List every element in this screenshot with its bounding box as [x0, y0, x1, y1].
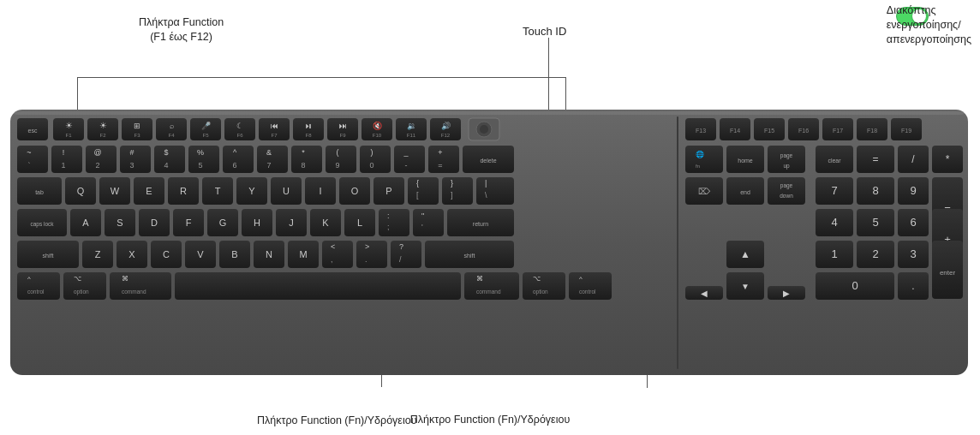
svg-text:*: *	[302, 148, 305, 157]
svg-text:7: 7	[266, 161, 271, 170]
svg-text:8: 8	[301, 161, 305, 170]
svg-text:F17: F17	[833, 128, 843, 134]
svg-text:B: B	[231, 249, 237, 259]
svg-text:⌥: ⌥	[533, 275, 541, 283]
svg-text:=: =	[438, 161, 442, 170]
svg-rect-1	[12, 111, 966, 115]
svg-text:page: page	[780, 182, 793, 189]
svg-text:9: 9	[910, 184, 916, 197]
svg-text:W: W	[111, 186, 120, 196]
svg-rect-58	[17, 146, 48, 173]
svg-text:option: option	[74, 289, 89, 295]
svg-text:shift: shift	[43, 253, 54, 259]
svg-text:1: 1	[831, 247, 837, 260]
svg-text:J: J	[289, 218, 294, 228]
svg-rect-79	[257, 146, 288, 173]
svg-text:⏮: ⏮	[271, 122, 278, 130]
svg-text:F14: F14	[730, 128, 740, 134]
svg-rect-143	[476, 177, 514, 205]
svg-text:F2: F2	[99, 133, 106, 138]
svg-text:S: S	[117, 218, 122, 228]
svg-text:down: down	[780, 193, 793, 199]
svg-text:?: ?	[399, 242, 403, 251]
svg-rect-104	[768, 146, 805, 173]
svg-text:;: ;	[387, 223, 390, 231]
svg-text:': '	[421, 223, 423, 231]
svg-text:+: +	[438, 148, 442, 157]
svg-text:0: 0	[369, 161, 373, 170]
svg-text:O: O	[351, 186, 359, 196]
svg-rect-234	[17, 272, 60, 300]
svg-text:return: return	[473, 221, 488, 227]
fn-globe-text: Πλήκτρο Function (Fn)/Υδρόγειου	[410, 414, 571, 426]
svg-text:2: 2	[872, 247, 878, 260]
svg-text:]: ]	[451, 191, 453, 200]
svg-text:~: ~	[27, 148, 31, 157]
svg-text:&: &	[266, 148, 272, 157]
svg-text:caps lock: caps lock	[30, 221, 54, 228]
svg-rect-94	[428, 146, 459, 173]
svg-text:>: >	[365, 242, 369, 251]
svg-text:_: _	[403, 148, 409, 157]
svg-text:⌦: ⌦	[698, 187, 711, 196]
svg-rect-70	[154, 146, 185, 173]
svg-text:page: page	[780, 152, 793, 159]
svg-point-43	[480, 125, 488, 134]
svg-text:E: E	[146, 186, 152, 196]
svg-text:🔊: 🔊	[441, 121, 451, 131]
svg-text:option: option	[533, 289, 548, 295]
svg-text:⏯: ⏯	[305, 122, 313, 130]
svg-text:command: command	[122, 289, 146, 295]
svg-text:F12: F12	[441, 133, 451, 138]
fn-globe-annotation: Πλήκτρο Function (Fn)/Υδρόγειου	[0, 411, 980, 426]
svg-rect-216	[356, 241, 387, 268]
svg-text:🔇: 🔇	[373, 121, 383, 131]
svg-text:F4: F4	[168, 133, 175, 138]
svg-text:command: command	[476, 289, 501, 295]
svg-text:F10: F10	[373, 133, 382, 138]
svg-rect-250	[569, 272, 612, 300]
svg-text:H: H	[254, 218, 260, 228]
svg-text:-: -	[405, 161, 408, 170]
svg-text:T: T	[215, 186, 221, 196]
svg-rect-76	[223, 146, 254, 173]
svg-text:🌐: 🌐	[696, 150, 704, 158]
svg-text:delete: delete	[480, 158, 496, 164]
svg-text:.: .	[365, 255, 368, 264]
svg-text:F: F	[186, 218, 192, 228]
svg-text:▼: ▼	[741, 282, 750, 291]
svg-rect-240	[110, 272, 171, 300]
svg-rect-88	[360, 146, 391, 173]
svg-text:F13: F13	[696, 128, 706, 134]
svg-text:<: <	[331, 242, 335, 251]
svg-text:^: ^	[27, 275, 31, 283]
svg-text:⌥: ⌥	[74, 275, 81, 283]
svg-rect-184	[413, 209, 444, 236]
svg-text:P: P	[385, 186, 391, 196]
svg-text:enter: enter	[940, 269, 956, 277]
svg-rect-213	[322, 241, 353, 268]
svg-text:D: D	[151, 218, 158, 228]
svg-text:C: C	[163, 249, 170, 259]
fn-label-line-left	[77, 77, 78, 113]
svg-text:|: |	[485, 179, 487, 188]
svg-text:4: 4	[831, 216, 837, 229]
svg-text:F1: F1	[65, 133, 72, 138]
svg-text:F9: F9	[339, 133, 346, 138]
svg-text:%: %	[197, 148, 204, 157]
svg-rect-61	[51, 146, 82, 173]
svg-text:7: 7	[831, 184, 837, 197]
svg-rect-140	[442, 177, 473, 205]
svg-rect-137	[408, 177, 439, 205]
svg-text:M: M	[299, 249, 307, 259]
svg-text:(: (	[337, 148, 339, 157]
svg-text:F11: F11	[407, 133, 416, 138]
svg-text:0: 0	[852, 279, 858, 292]
svg-text:▲: ▲	[740, 248, 750, 260]
fn-label-line-right	[565, 77, 566, 113]
svg-text:9: 9	[335, 161, 339, 170]
svg-rect-244	[464, 272, 519, 300]
svg-text:N: N	[266, 249, 272, 259]
svg-text:F19: F19	[901, 128, 911, 134]
svg-text:6: 6	[232, 161, 236, 170]
